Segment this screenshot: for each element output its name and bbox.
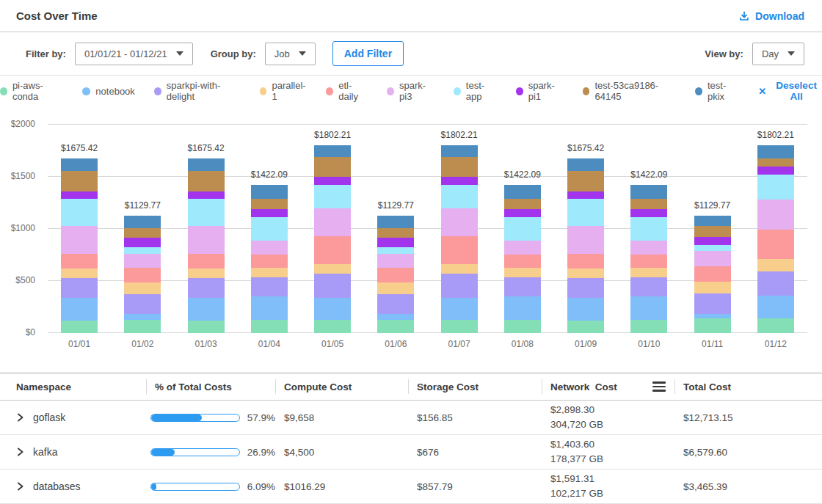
bar-segment-notebook[interactable]	[441, 298, 478, 320]
bar-segment-test-app[interactable]	[757, 175, 794, 199]
bar-segment-test-app[interactable]	[441, 185, 478, 208]
table-row-databases[interactable]: databases6.09%$1016.29$857.79$1,591.3110…	[0, 470, 822, 504]
bar-segment-sparkpi-with-delight[interactable]	[61, 278, 98, 297]
bar-segment-pi-aws-conda[interactable]	[124, 320, 161, 333]
bar-segment-test-53ca9186-64145[interactable]	[61, 171, 98, 191]
bar-segment-notebook[interactable]	[504, 296, 541, 320]
bar-segment-parallel-1[interactable]	[251, 268, 288, 277]
legend-item-sparkpi-with-delight[interactable]: sparkpi-with-delight	[154, 80, 241, 102]
bar-segment-test-pkix[interactable]	[757, 145, 794, 158]
bar-segment-pi-aws-conda[interactable]	[567, 321, 604, 333]
bar-segment-test-app[interactable]	[188, 199, 225, 226]
bar-segment-sparkpi-with-delight[interactable]	[441, 274, 478, 299]
bar-segment-test-app[interactable]	[377, 247, 414, 254]
bar-segment-spark-pi3[interactable]	[504, 241, 541, 254]
bar-segment-sparkpi-with-delight[interactable]	[567, 278, 604, 297]
bar-segment-etl-daily[interactable]	[694, 266, 731, 282]
bar-segment-spark-pi1[interactable]	[377, 238, 414, 247]
bar-segment-test-app[interactable]	[251, 217, 288, 241]
legend-item-pi-aws-conda[interactable]: pi-aws-conda	[0, 80, 63, 102]
bar-segment-notebook[interactable]	[757, 296, 794, 319]
bar-segment-spark-pi3[interactable]	[630, 241, 667, 254]
bar-segment-pi-aws-conda[interactable]	[377, 320, 414, 333]
bar-segment-test-53ca9186-64145[interactable]	[314, 157, 351, 177]
bar-segment-parallel-1[interactable]	[694, 282, 731, 293]
bar-segment-notebook[interactable]	[630, 296, 667, 320]
bar-segment-sparkpi-with-delight[interactable]	[504, 277, 541, 296]
bar-segment-etl-daily[interactable]	[61, 254, 98, 269]
legend-item-test-app[interactable]: test-app	[454, 80, 497, 102]
bar-segment-test-53ca9186-64145[interactable]	[377, 228, 414, 238]
bar-segment-spark-pi3[interactable]	[314, 208, 351, 236]
bar-segment-etl-daily[interactable]	[124, 268, 161, 282]
bar-segment-spark-pi1[interactable]	[504, 209, 541, 217]
bar-segment-test-app[interactable]	[124, 247, 161, 254]
bar-segment-test-app[interactable]	[630, 217, 667, 241]
bar-segment-test-pkix[interactable]	[441, 145, 478, 157]
bar-01-08[interactable]	[504, 185, 541, 333]
bar-segment-spark-pi3[interactable]	[251, 241, 288, 254]
bar-segment-parallel-1[interactable]	[61, 269, 98, 279]
bar-segment-sparkpi-with-delight[interactable]	[251, 277, 288, 296]
bar-01-10[interactable]	[630, 185, 667, 333]
bar-01-06[interactable]	[377, 216, 414, 333]
bar-segment-spark-pi1[interactable]	[314, 177, 351, 186]
bar-segment-test-pkix[interactable]	[251, 185, 288, 199]
bar-segment-etl-daily[interactable]	[251, 255, 288, 268]
row-expand-chevron-icon[interactable]	[16, 448, 24, 456]
table-row-goflask[interactable]: goflask57.9%$9,658$156.85$2,898.30304,72…	[0, 401, 822, 435]
bar-01-05[interactable]	[314, 145, 351, 333]
bar-segment-parallel-1[interactable]	[504, 268, 541, 277]
bar-segment-spark-pi1[interactable]	[188, 191, 225, 199]
date-range-select[interactable]: 01/01/21 - 01/12/21	[75, 43, 193, 65]
bar-segment-pi-aws-conda[interactable]	[61, 321, 98, 333]
bar-segment-etl-daily[interactable]	[630, 255, 667, 268]
legend-item-etl-daily[interactable]: etl-daily	[326, 80, 368, 102]
bar-segment-spark-pi3[interactable]	[377, 254, 414, 268]
bar-segment-test-app[interactable]	[504, 217, 541, 241]
bar-segment-etl-daily[interactable]	[314, 236, 351, 264]
bar-segment-parallel-1[interactable]	[188, 269, 225, 279]
bar-segment-pi-aws-conda[interactable]	[251, 320, 288, 333]
bar-segment-sparkpi-with-delight[interactable]	[694, 293, 731, 314]
bar-segment-notebook[interactable]	[188, 298, 225, 321]
bar-segment-test-53ca9186-64145[interactable]	[694, 226, 731, 237]
bar-01-04[interactable]	[251, 185, 288, 333]
bar-segment-spark-pi1[interactable]	[694, 237, 731, 246]
row-expand-chevron-icon[interactable]	[16, 482, 24, 491]
bar-segment-spark-pi1[interactable]	[757, 167, 794, 175]
legend-item-test-53ca9186-64145[interactable]: test-53ca9186-64145	[583, 80, 677, 102]
bar-segment-test-53ca9186-64145[interactable]	[757, 158, 794, 166]
bar-segment-sparkpi-with-delight[interactable]	[124, 294, 161, 314]
bar-segment-parallel-1[interactable]	[567, 269, 604, 279]
legend-item-spark-pi3[interactable]: spark-pi3	[387, 80, 434, 102]
add-filter-button[interactable]: Add Filter	[332, 41, 404, 66]
bar-01-07[interactable]	[441, 145, 478, 333]
bar-01-12[interactable]	[757, 145, 794, 333]
bar-segment-sparkpi-with-delight[interactable]	[630, 277, 667, 296]
legend-item-parallel-1[interactable]: parallel-1	[260, 80, 308, 102]
bar-segment-etl-daily[interactable]	[504, 255, 541, 268]
bar-segment-test-pkix[interactable]	[630, 185, 667, 199]
bar-segment-pi-aws-conda[interactable]	[188, 321, 225, 333]
download-button[interactable]: Download	[738, 10, 804, 22]
legend-item-spark-pi1[interactable]: spark-pi1	[516, 80, 564, 102]
bar-01-02[interactable]	[124, 216, 161, 333]
bar-segment-spark-pi3[interactable]	[567, 226, 604, 253]
bar-segment-test-53ca9186-64145[interactable]	[630, 199, 667, 209]
bar-segment-spark-pi1[interactable]	[441, 177, 478, 186]
table-menu-icon[interactable]	[651, 380, 667, 393]
bar-segment-parallel-1[interactable]	[757, 259, 794, 271]
bar-segment-test-pkix[interactable]	[377, 216, 414, 228]
bar-segment-etl-daily[interactable]	[441, 236, 478, 264]
bar-segment-spark-pi3[interactable]	[441, 208, 478, 236]
row-expand-chevron-icon[interactable]	[16, 413, 24, 422]
bar-segment-pi-aws-conda[interactable]	[630, 320, 667, 333]
bar-segment-test-53ca9186-64145[interactable]	[504, 199, 541, 209]
bar-segment-etl-daily[interactable]	[188, 254, 225, 269]
bar-segment-test-53ca9186-64145[interactable]	[188, 171, 225, 191]
group-by-select[interactable]: Job	[265, 43, 316, 65]
bar-01-01[interactable]	[61, 158, 98, 333]
view-by-select[interactable]: Day	[752, 43, 804, 65]
legend-item-notebook[interactable]: notebook	[82, 86, 135, 97]
